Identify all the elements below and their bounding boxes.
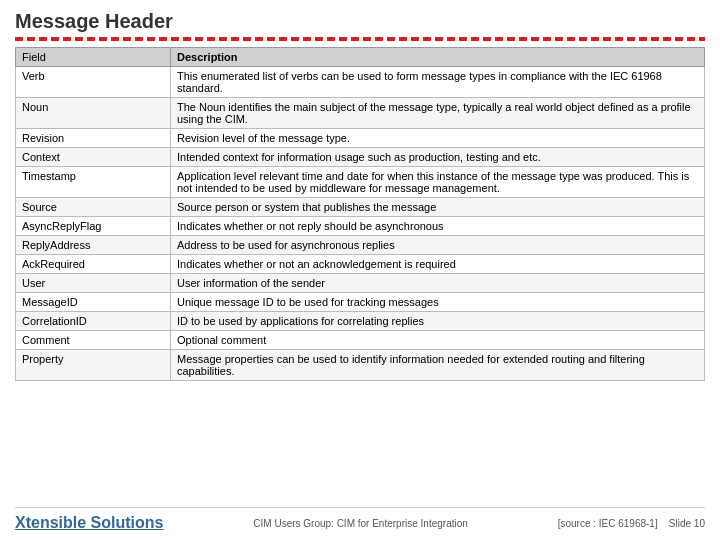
field-cell: Revision	[16, 129, 171, 148]
table-row: CorrelationIDID to be used by applicatio…	[16, 312, 705, 331]
table-row: SourceSource person or system that publi…	[16, 198, 705, 217]
field-cell: Context	[16, 148, 171, 167]
field-cell: AckRequired	[16, 255, 171, 274]
description-cell: Unique message ID to be used for trackin…	[171, 293, 705, 312]
field-cell: Source	[16, 198, 171, 217]
title-underline	[15, 37, 705, 41]
footer: Xtensible Solutions CIM Users Group: CIM…	[15, 507, 705, 532]
table-row: AckRequiredIndicates whether or not an a…	[16, 255, 705, 274]
footer-center-text: CIM Users Group: CIM for Enterprise Inte…	[253, 518, 468, 529]
description-cell: Message properties can be used to identi…	[171, 350, 705, 381]
table-row: ReplyAddressAddress to be used for async…	[16, 236, 705, 255]
message-header-table: Field Description VerbThis enumerated li…	[15, 47, 705, 381]
table-row: ContextIntended context for information …	[16, 148, 705, 167]
table-row: MessageIDUnique message ID to be used fo…	[16, 293, 705, 312]
description-cell: Application level relevant time and date…	[171, 167, 705, 198]
field-cell: AsyncReplyFlag	[16, 217, 171, 236]
col-header-field: Field	[16, 48, 171, 67]
logo: Xtensible Solutions	[15, 514, 163, 532]
description-cell: ID to be used by applications for correl…	[171, 312, 705, 331]
field-cell: MessageID	[16, 293, 171, 312]
table-row: VerbThis enumerated list of verbs can be…	[16, 67, 705, 98]
footer-slide: Slide 10	[669, 518, 705, 529]
field-cell: Noun	[16, 98, 171, 129]
description-cell: This enumerated list of verbs can be use…	[171, 67, 705, 98]
table-row: NounThe Noun identifies the main subject…	[16, 98, 705, 129]
field-cell: Verb	[16, 67, 171, 98]
col-header-description: Description	[171, 48, 705, 67]
table-row: TimestampApplication level relevant time…	[16, 167, 705, 198]
description-cell: Intended context for information usage s…	[171, 148, 705, 167]
description-cell: Indicates whether or not an acknowledgem…	[171, 255, 705, 274]
description-cell: Address to be used for asynchronous repl…	[171, 236, 705, 255]
field-cell: CorrelationID	[16, 312, 171, 331]
field-cell: Property	[16, 350, 171, 381]
description-cell: Indicates whether or not reply should be…	[171, 217, 705, 236]
page-title: Message Header	[15, 10, 705, 33]
footer-right-text: [source : IEC 61968-1] Slide 10	[558, 518, 705, 529]
footer-source: [source : IEC 61968-1]	[558, 518, 658, 529]
field-cell: ReplyAddress	[16, 236, 171, 255]
description-cell: The Noun identifies the main subject of …	[171, 98, 705, 129]
description-cell: Revision level of the message type.	[171, 129, 705, 148]
field-cell: Timestamp	[16, 167, 171, 198]
table-row: PropertyMessage properties can be used t…	[16, 350, 705, 381]
table-row: AsyncReplyFlagIndicates whether or not r…	[16, 217, 705, 236]
table-row: RevisionRevision level of the message ty…	[16, 129, 705, 148]
field-cell: User	[16, 274, 171, 293]
field-cell: Comment	[16, 331, 171, 350]
logo-main: Xtensible Solutions	[15, 514, 163, 532]
table-row: UserUser information of the sender	[16, 274, 705, 293]
description-cell: Optional comment	[171, 331, 705, 350]
description-cell: Source person or system that publishes t…	[171, 198, 705, 217]
page: Message Header Field Description VerbThi…	[0, 0, 720, 540]
description-cell: User information of the sender	[171, 274, 705, 293]
table-row: CommentOptional comment	[16, 331, 705, 350]
